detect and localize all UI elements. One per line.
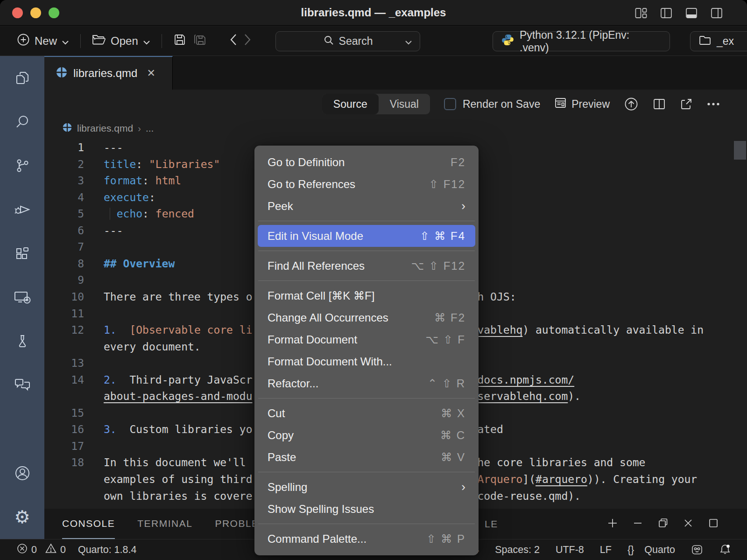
save-button[interactable]	[173, 33, 186, 49]
editor-scrollbar[interactable]	[734, 141, 746, 160]
extensions-icon	[14, 245, 30, 261]
breadcrumb-file[interactable]: libraries.qmd	[77, 123, 133, 134]
panel-tab-console[interactable]: CONSOLE	[62, 509, 115, 539]
eol-setting[interactable]: LF	[600, 544, 612, 556]
more-actions-button[interactable]	[707, 102, 720, 106]
new-label: New	[35, 35, 57, 48]
menu-item[interactable]: Show Spelling Issues	[254, 498, 479, 520]
workspace-folder-button[interactable]: _ex	[690, 31, 747, 51]
encoding-setting[interactable]: UTF-8	[556, 544, 584, 556]
interpreter-selector[interactable]: Python 3.12.1 (PipEnv: .venv)	[493, 31, 670, 51]
zoom-window-button[interactable]	[49, 7, 59, 18]
sidebar-item-explorer[interactable]	[0, 56, 44, 100]
minimize-window-button[interactable]	[30, 7, 41, 18]
panel-restore-button[interactable]	[657, 518, 669, 531]
line-number: 5	[44, 205, 84, 222]
close-icon[interactable]: ✕	[147, 67, 155, 79]
sidebar-item-chat[interactable]	[0, 363, 44, 407]
menu-item-label: Refactor...	[268, 372, 428, 394]
line-number: 14	[44, 371, 84, 388]
tab-bar: libraries.qmd ✕	[44, 56, 747, 90]
indent-setting[interactable]: Spaces: 2	[495, 544, 540, 556]
toggle-secondary-sidebar-icon[interactable]	[711, 7, 723, 19]
sidebar-item-extensions[interactable]	[0, 231, 44, 275]
split-editor-button[interactable]	[653, 98, 666, 111]
feedback-button[interactable]	[691, 544, 703, 555]
quarto-version[interactable]: Quarto: 1.8.4	[78, 544, 137, 556]
quarto-icon	[56, 66, 68, 80]
files-icon	[14, 70, 30, 86]
back-button[interactable]	[230, 34, 237, 49]
render-on-save-checkbox[interactable]	[444, 98, 456, 110]
line-number: 12	[44, 322, 84, 338]
plus-circle-icon	[17, 33, 30, 49]
flask-icon	[14, 333, 30, 349]
sidebar-item-search[interactable]	[0, 100, 44, 144]
forward-button[interactable]	[244, 34, 251, 49]
menu-item[interactable]: Format Document⌥ ⇧ F	[254, 329, 479, 350]
problems-indicator[interactable]: 0 0	[17, 543, 66, 557]
top-action-bar: New Open	[0, 26, 747, 56]
tab-visual[interactable]: Visual	[379, 94, 430, 114]
app-window: libraries.qmd — _examples New Open	[0, 0, 747, 560]
tab-libraries-qmd[interactable]: libraries.qmd ✕	[44, 56, 173, 90]
open-external-button[interactable]	[680, 98, 693, 111]
menu-item[interactable]: Peek›	[254, 195, 479, 217]
render-on-save-label: Render on Save	[463, 98, 540, 111]
tab-source[interactable]: Source	[322, 94, 379, 114]
panel-layout-button[interactable]	[708, 518, 719, 531]
menu-item-shortcut: ⌥ ⇧ F12	[411, 255, 465, 277]
menu-item[interactable]: Paste⌘ V	[254, 446, 479, 468]
menu-item-shortcut: ⇧ ⌘ F4	[420, 225, 465, 247]
menu-item[interactable]: Format Document With...	[254, 350, 479, 372]
open-button[interactable]: Open	[92, 34, 150, 49]
toggle-panel-icon[interactable]	[685, 7, 698, 19]
sidebar-item-sessions[interactable]	[0, 275, 44, 319]
sidebar-item-settings[interactable]: ⚙	[0, 495, 44, 539]
menu-item-shortcut: ⌘ X	[441, 402, 465, 424]
quarto-icon	[62, 122, 72, 135]
open-label: Open	[111, 35, 138, 48]
breadcrumb-more[interactable]: ...	[146, 123, 154, 134]
menu-item[interactable]: Format Cell [⌘K ⌘F]	[254, 285, 479, 307]
menu-item[interactable]: Change All Occurrences⌘ F2	[254, 307, 479, 329]
chevron-down-icon[interactable]	[405, 35, 412, 48]
render-button[interactable]	[624, 97, 639, 112]
account-icon	[14, 465, 31, 482]
menu-item[interactable]: Command Palette...⇧ ⌘ P	[254, 528, 479, 550]
save-all-button[interactable]	[193, 33, 207, 49]
menu-item[interactable]: Go to References⇧ F12	[254, 173, 479, 195]
menu-item[interactable]: Go to DefinitionF2	[254, 151, 479, 173]
panel-close-button[interactable]	[683, 518, 694, 531]
sidebar-item-run-debug[interactable]	[0, 188, 44, 231]
panel-add-button[interactable]	[607, 518, 618, 531]
new-button[interactable]: New	[17, 33, 69, 49]
toggle-sidebar-icon[interactable]	[660, 7, 672, 19]
preview-button[interactable]: Preview	[554, 97, 610, 112]
menu-item[interactable]: Spelling›	[254, 476, 479, 498]
menu-item-label: Command Palette...	[268, 528, 427, 550]
sidebar-item-source-control[interactable]	[0, 144, 44, 188]
language-mode[interactable]: {} Quarto	[627, 544, 675, 556]
menu-item-label: Format Document	[268, 329, 425, 350]
sidebar-item-testing[interactable]	[0, 319, 44, 363]
menu-item-label: Format Cell [⌘K ⌘F]	[268, 285, 465, 307]
customize-layout-icon[interactable]	[635, 7, 647, 19]
panel-minimize-button[interactable]	[632, 518, 643, 531]
panel-tab-terminal[interactable]: TERMINAL	[137, 509, 192, 539]
sidebar-item-account[interactable]	[0, 451, 44, 495]
breadcrumb[interactable]: libraries.qmd › ...	[44, 119, 747, 138]
title-bar: libraries.qmd — _examples	[0, 0, 747, 26]
notifications-bell[interactable]	[719, 544, 731, 556]
panel-tab-fragment[interactable]: LE	[485, 518, 498, 530]
line-number: 16	[44, 421, 84, 438]
chevron-down-icon	[143, 35, 150, 48]
menu-item[interactable]: Edit in Visual Mode⇧ ⌘ F4	[258, 225, 475, 247]
menu-item[interactable]: Copy⌘ C	[254, 424, 479, 446]
menu-item[interactable]: Find All References⌥ ⇧ F12	[254, 255, 479, 277]
menu-separator	[258, 251, 475, 251]
close-window-button[interactable]	[12, 7, 23, 18]
menu-item[interactable]: Refactor...⌃ ⇧ R	[254, 372, 479, 394]
search-box[interactable]: Search	[275, 31, 420, 51]
menu-item[interactable]: Cut⌘ X	[254, 402, 479, 424]
